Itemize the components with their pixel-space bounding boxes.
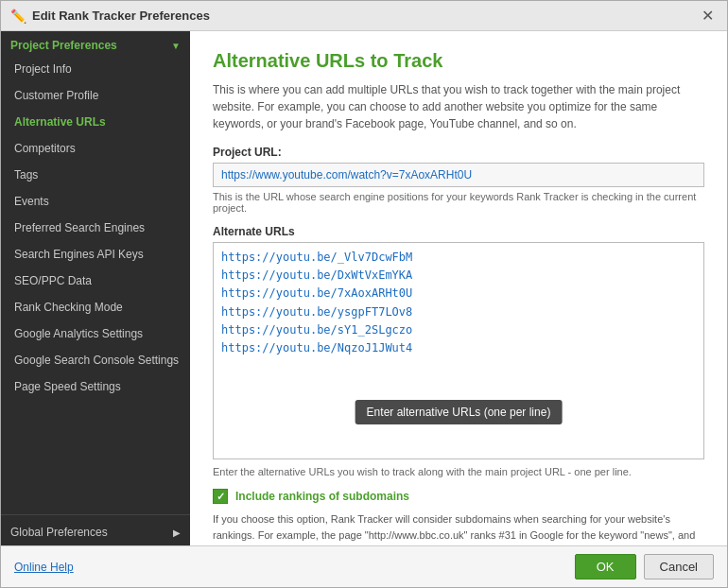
sidebar-item-google-analytics-settings[interactable]: Google Analytics Settings	[1, 320, 190, 347]
sidebar-item-seo-ppc-data[interactable]: SEO/PPC Data	[1, 268, 190, 294]
edit-icon: ✏️	[10, 9, 26, 24]
online-help-link[interactable]: Online Help	[14, 561, 74, 574]
sidebar-item-page-speed-settings[interactable]: Page Speed Settings	[1, 373, 190, 400]
content-description: This is where you can add multiple URLs …	[213, 81, 704, 132]
sidebar-item-search-engines-api-keys[interactable]: Search Engines API Keys	[1, 241, 190, 268]
sidebar-section-project-preferences[interactable]: Project Preferences ▼	[1, 31, 190, 56]
chevron-down-icon: ▼	[171, 41, 181, 51]
sidebar-item-events[interactable]: Events	[1, 188, 190, 215]
include-subdomains-checkbox[interactable]: ✓	[213, 489, 228, 504]
project-url-label: Project URL:	[213, 146, 704, 159]
footer-buttons: OK Cancel	[575, 554, 714, 579]
content-title: Alternative URLs to Track	[213, 50, 704, 72]
sidebar-item-tags[interactable]: Tags	[1, 162, 190, 188]
main-content: Alternative URLs to Track This is where …	[190, 31, 727, 545]
alternate-urls-textarea[interactable]	[213, 242, 704, 459]
footer: Online Help OK Cancel	[1, 545, 727, 587]
alternate-hint: Enter the alternative URLs you wish to t…	[213, 466, 704, 477]
cancel-button[interactable]: Cancel	[644, 554, 714, 579]
checkmark-icon: ✓	[217, 492, 225, 502]
sidebar-item-alternative-urls[interactable]: Alternative URLs	[1, 109, 190, 135]
include-subdomains-label: Include rankings of subdomains	[235, 490, 409, 503]
sidebar-divider	[1, 514, 190, 515]
sidebar-item-rank-checking-mode[interactable]: Rank Checking Mode	[1, 294, 190, 320]
sidebar-item-competitors[interactable]: Competitors	[1, 135, 190, 162]
sidebar-item-google-search-console-settings[interactable]: Google Search Console Settings	[1, 347, 190, 373]
dialog: ✏️ Edit Rank Tracker Preferences ✕ Proje…	[0, 0, 728, 588]
alternate-textarea-wrapper: Enter alternative URLs (one per line)	[213, 242, 704, 462]
dialog-body: Project Preferences ▼ Project Info Custo…	[1, 31, 727, 545]
chevron-right-icon: ▶	[173, 527, 181, 538]
sidebar-item-project-info[interactable]: Project Info	[1, 56, 190, 82]
sidebar-item-customer-profile[interactable]: Customer Profile	[1, 82, 190, 109]
dialog-title: Edit Rank Tracker Preferences	[32, 9, 210, 23]
sidebar: Project Preferences ▼ Project Info Custo…	[1, 31, 190, 545]
sidebar-item-preferred-search-engines[interactable]: Preferred Search Engines	[1, 215, 190, 241]
ok-button[interactable]: OK	[575, 554, 636, 579]
alternate-urls-label: Alternate URLs	[213, 225, 704, 238]
sidebar-item-global-preferences[interactable]: Global Preferences ▶	[1, 519, 190, 545]
include-subdomains-row: ✓ Include rankings of subdomains	[213, 489, 704, 504]
close-button[interactable]: ✕	[698, 7, 718, 25]
project-url-hint: This is the URL whose search engine posi…	[213, 191, 704, 214]
project-url-input[interactable]	[213, 163, 704, 187]
title-bar: ✏️ Edit Rank Tracker Preferences ✕	[1, 1, 727, 31]
include-subdomains-description: If you choose this option, Rank Tracker …	[213, 511, 704, 545]
